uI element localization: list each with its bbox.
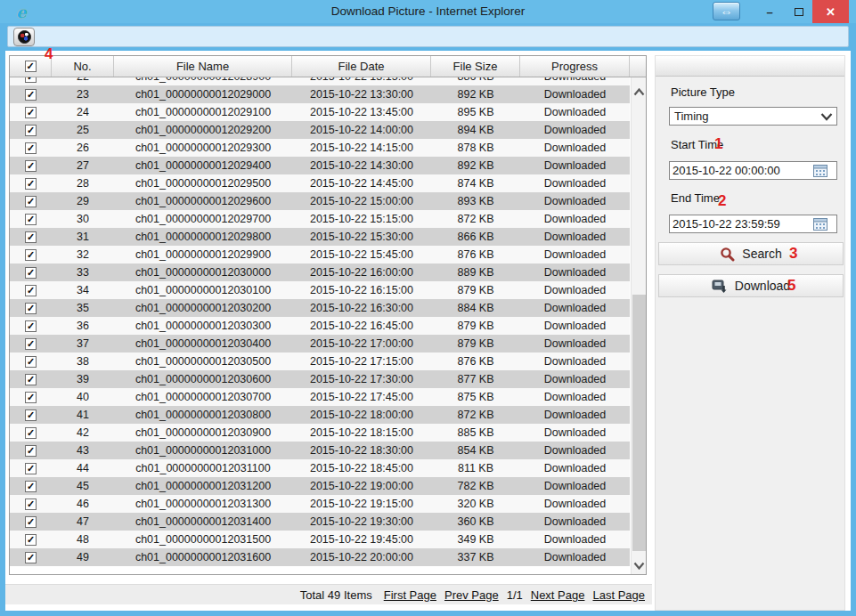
row-checkbox[interactable]: ✓: [25, 214, 37, 225]
header-no[interactable]: No.: [52, 56, 114, 77]
picture-type-value: Timing: [674, 109, 709, 123]
row-checkbox[interactable]: ✓: [25, 534, 37, 546]
table-row[interactable]: ✓ 42 ch01_00000000012030900 2015-10-22 1…: [10, 424, 630, 442]
table-row[interactable]: ✓ 43 ch01_00000000012031000 2015-10-22 1…: [10, 442, 630, 459]
first-page-link[interactable]: First Page: [384, 588, 436, 602]
table-row[interactable]: ✓ 24 ch01_00000000012029100 2015-10-22 1…: [10, 103, 630, 121]
table-row[interactable]: ✓ 46 ch01_00000000012031300 2015-10-22 1…: [10, 495, 630, 513]
table-row[interactable]: ✓ 32 ch01_00000000012029900 2015-10-22 1…: [10, 246, 630, 263]
table-row-partial[interactable]: ✓ 22 ch01_00000000012028900 2015-10-22 1…: [10, 77, 630, 85]
row-checkbox[interactable]: ✓: [25, 285, 37, 296]
table-row[interactable]: ✓ 36 ch01_00000000012030300 2015-10-22 1…: [10, 317, 630, 335]
row-checkbox[interactable]: ✓: [25, 77, 37, 83]
row-checkbox[interactable]: ✓: [25, 160, 37, 172]
search-button[interactable]: Search: [658, 242, 844, 265]
row-checkbox[interactable]: ✓: [25, 427, 37, 439]
title-bar: e Download Picture - Internet Explorer ⇔…: [0, 0, 856, 23]
picture-type-select[interactable]: Timing: [669, 107, 837, 126]
table-row[interactable]: ✓ 30 ch01_00000000012029700 2015-10-22 1…: [10, 210, 630, 228]
row-checkbox[interactable]: ✓: [25, 516, 37, 528]
row-checkbox[interactable]: ✓: [25, 338, 37, 350]
row-file-name: ch01_00000000012029100: [114, 103, 292, 121]
row-checkbox[interactable]: ✓: [25, 125, 37, 136]
row-checkbox[interactable]: ✓: [25, 267, 37, 279]
header-file-name[interactable]: File Name: [114, 56, 292, 77]
row-checkbox[interactable]: ✓: [25, 303, 37, 314]
prev-page-link[interactable]: Prev Page: [444, 588, 499, 602]
row-file-name: ch01_00000000012029700: [114, 210, 292, 228]
table-row[interactable]: ✓ 49 ch01_00000000012031600 2015-10-22 2…: [10, 548, 630, 566]
row-checkbox[interactable]: ✓: [25, 498, 37, 510]
flip-arrows-icon: ⇔: [721, 4, 733, 19]
calendar-icon[interactable]: [813, 218, 827, 231]
table-row[interactable]: ✓ 34 ch01_00000000012030100 2015-10-22 1…: [10, 281, 630, 299]
table-row[interactable]: ✓ 48 ch01_00000000012031500 2015-10-22 1…: [10, 531, 630, 548]
table-row[interactable]: ✓ 33 ch01_00000000012030000 2015-10-22 1…: [10, 263, 630, 281]
table-row[interactable]: ✓ 23 ch01_00000000012029000 2015-10-22 1…: [10, 85, 630, 103]
minimize-button[interactable]: –: [758, 0, 781, 23]
table-row[interactable]: ✓ 31 ch01_00000000012029800 2015-10-22 1…: [10, 228, 630, 246]
download-button[interactable]: Download: [658, 274, 844, 297]
flip-ahead-button[interactable]: ⇔: [713, 2, 740, 20]
row-checkbox[interactable]: ✓: [25, 374, 37, 385]
table-row[interactable]: ✓ 29 ch01_00000000012029600 2015-10-22 1…: [10, 192, 630, 210]
webcam-plugin-button[interactable]: [13, 28, 35, 46]
table-scrollbar[interactable]: [631, 77, 646, 574]
last-page-link[interactable]: Last Page: [592, 588, 645, 602]
next-page-link[interactable]: Next Page: [531, 588, 585, 602]
row-checkbox[interactable]: ✓: [25, 392, 37, 403]
table-row[interactable]: ✓ 39 ch01_00000000012030600 2015-10-22 1…: [10, 370, 630, 388]
row-checkbox[interactable]: ✓: [25, 249, 37, 261]
row-checkbox[interactable]: ✓: [25, 231, 37, 243]
table-row[interactable]: ✓ 28 ch01_00000000012029500 2015-10-22 1…: [10, 174, 630, 192]
table-row[interactable]: ✓ 37 ch01_00000000012030400 2015-10-22 1…: [10, 335, 630, 353]
header-file-date[interactable]: File Date: [292, 56, 431, 77]
row-file-size: 337 KB: [431, 548, 520, 566]
table-row[interactable]: ✓ 41 ch01_00000000012030800 2015-10-22 1…: [10, 406, 630, 424]
row-checkbox[interactable]: ✓: [25, 89, 37, 101]
row-checkbox[interactable]: ✓: [25, 409, 37, 421]
row-number: 25: [52, 121, 114, 139]
select-all-checkbox[interactable]: ✓: [25, 61, 37, 72]
row-checkbox[interactable]: ✓: [25, 107, 37, 118]
row-number: 30: [52, 210, 114, 228]
header-file-size[interactable]: File Size: [431, 56, 520, 77]
row-checkbox[interactable]: ✓: [25, 178, 37, 190]
row-number: 27: [52, 157, 114, 174]
table-body: ✓ 22 ch01_00000000012028900 2015-10-22 1…: [10, 77, 646, 574]
table-row[interactable]: ✓ 25 ch01_00000000012029200 2015-10-22 1…: [10, 121, 630, 139]
annotation-step-3: 3: [789, 245, 797, 263]
row-checkbox[interactable]: ✓: [25, 552, 37, 563]
scrollbar-thumb[interactable]: [632, 295, 646, 551]
row-checkbox[interactable]: ✓: [25, 356, 37, 368]
start-time-input[interactable]: [669, 161, 837, 180]
table-row[interactable]: ✓ 45 ch01_00000000012031200 2015-10-22 1…: [10, 477, 630, 495]
row-file-date: 2015-10-22 16:15:00: [292, 281, 431, 299]
header-progress[interactable]: Progress: [520, 56, 630, 77]
row-checkbox[interactable]: ✓: [25, 196, 37, 207]
row-file-date: 2015-10-22 15:15:00: [292, 210, 431, 228]
webcam-lens-icon: [18, 30, 31, 44]
row-checkbox[interactable]: ✓: [25, 320, 37, 332]
calendar-icon[interactable]: [813, 165, 827, 177]
row-file-name: ch01_00000000012029200: [114, 121, 292, 139]
table-row[interactable]: ✓ 38 ch01_00000000012030500 2015-10-22 1…: [10, 353, 630, 370]
row-checkbox[interactable]: ✓: [25, 142, 37, 154]
row-checkbox[interactable]: ✓: [25, 481, 37, 492]
end-time-input[interactable]: [669, 215, 837, 233]
scroll-down-icon[interactable]: [633, 562, 645, 570]
row-checkbox[interactable]: ✓: [25, 445, 37, 457]
scroll-up-icon[interactable]: [633, 88, 645, 96]
table-row[interactable]: ✓ 26 ch01_00000000012029300 2015-10-22 1…: [10, 139, 630, 157]
table-row[interactable]: ✓ 27 ch01_00000000012029400 2015-10-22 1…: [10, 157, 630, 174]
maximize-button[interactable]: [787, 0, 811, 23]
row-progress: Downloaded: [520, 477, 630, 495]
table-row[interactable]: ✓ 47 ch01_00000000012031400 2015-10-22 1…: [10, 513, 630, 531]
table-row[interactable]: ✓ 44 ch01_00000000012031100 2015-10-22 1…: [10, 459, 630, 477]
row-file-size: 782 KB: [431, 477, 520, 495]
table-row[interactable]: ✓ 35 ch01_00000000012030200 2015-10-22 1…: [10, 299, 630, 317]
row-file-name: ch01_00000000012030300: [114, 317, 292, 335]
row-checkbox[interactable]: ✓: [25, 463, 37, 474]
close-button[interactable]: ✕: [812, 0, 849, 23]
table-row[interactable]: ✓ 40 ch01_00000000012030700 2015-10-22 1…: [10, 388, 630, 406]
